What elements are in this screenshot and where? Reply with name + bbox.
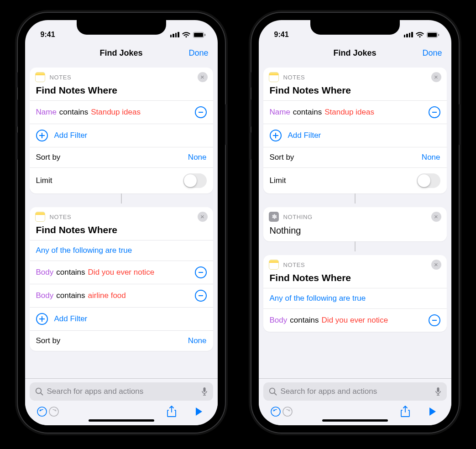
limit-label: Limit [36,176,52,185]
share-button[interactable] [166,406,178,418]
filter-op-token[interactable]: contains [56,291,85,300]
action-card-find-notes-2: NOTES × Find Notes Where Any of the foll… [30,207,213,351]
add-filter-row[interactable]: Add Filter [30,307,213,330]
svg-point-19 [283,407,292,416]
filter-field-token[interactable]: Body [36,291,54,300]
remove-action-button[interactable]: × [431,72,441,82]
match-mode-row[interactable]: Any of the following are true [30,240,213,261]
match-mode-token: Any of the following are true [36,246,132,255]
svg-rect-11 [428,33,437,37]
notes-app-icon [269,260,279,270]
action-title: Find Notes Where [30,84,213,100]
run-button[interactable] [193,407,205,416]
share-button[interactable] [399,406,411,418]
home-indicator[interactable] [89,419,154,422]
action-title: Nothing [263,224,447,241]
action-connector [263,193,447,204]
add-filter-row[interactable]: Add Filter [263,124,447,147]
redo-button [48,406,60,417]
gear-icon [269,212,279,222]
remove-action-button[interactable]: × [431,260,441,270]
svg-point-9 [49,407,58,416]
filter-value-token[interactable]: Standup ideas [91,108,141,117]
sort-by-row[interactable]: Sort by None [30,147,213,167]
match-mode-row[interactable]: Any of the following are true [263,288,447,308]
sort-by-row[interactable]: Sort by None [30,330,213,351]
battery-icon [193,32,206,38]
done-button[interactable]: Done [188,48,208,58]
add-filter-row[interactable]: Add Filter [30,124,213,147]
filter-row[interactable]: Name contains Standup ideas [30,100,213,124]
remove-action-button[interactable]: × [198,212,208,222]
filter-value-token[interactable]: Standup ideas [324,108,374,117]
action-search-input[interactable]: Search for apps and actions [30,382,213,401]
remove-filter-button[interactable] [195,290,207,302]
dictation-icon[interactable] [435,387,441,396]
search-placeholder: Search for apps and actions [47,387,198,396]
limit-row: Limit [263,167,447,193]
plus-icon [36,130,48,141]
action-title: Find Notes Where [263,271,447,288]
limit-toggle[interactable] [417,173,440,188]
svg-rect-12 [438,34,439,36]
done-button[interactable]: Done [422,48,442,58]
filter-row[interactable]: Body contains airline food [30,284,213,307]
svg-rect-5 [203,387,205,392]
shortcut-editor[interactable]: NOTES × Find Notes Where Name contains S… [259,64,451,378]
filter-row[interactable]: Body contains Did you ever notice [30,261,213,284]
phone-right: 9:41 Find Jokes Done [251,13,459,433]
app-label: NOTES [50,74,72,81]
filter-row[interactable]: Name contains Standup ideas [263,100,447,124]
search-icon [35,387,43,396]
filter-op-token[interactable]: contains [56,268,85,277]
remove-filter-button[interactable] [429,106,440,118]
remove-filter-button[interactable] [195,266,207,278]
svg-rect-2 [204,34,205,36]
add-filter-label: Add Filter [288,131,321,140]
remove-filter-button[interactable] [195,106,207,118]
cellular-icon [170,32,179,37]
filter-field-token[interactable]: Body [36,268,54,277]
filter-field-token[interactable]: Name [270,108,290,117]
status-time: 9:41 [41,31,55,39]
svg-point-18 [271,407,280,416]
undo-button[interactable] [36,406,48,417]
search-icon [269,387,277,396]
action-connector [30,193,213,204]
nav-bar: Find Jokes Done [259,42,451,64]
add-filter-label: Add Filter [54,131,88,140]
svg-point-8 [37,407,47,416]
sort-by-label: Sort by [36,336,61,345]
sort-by-label: Sort by [36,153,61,162]
home-indicator[interactable] [322,419,388,422]
svg-rect-15 [437,387,439,392]
remove-filter-button[interactable] [429,314,440,326]
wifi-icon [416,32,424,38]
svg-line-4 [41,393,43,395]
limit-label: Limit [270,176,286,185]
sort-by-value: None [422,153,440,162]
action-search-input[interactable]: Search for apps and actions [263,382,447,401]
plus-icon [36,313,48,325]
cellular-icon [404,32,413,37]
nav-bar: Find Jokes Done [25,42,218,64]
action-card-find-notes-1: NOTES × Find Notes Where Name contains S… [30,68,213,193]
filter-value-token[interactable]: Did you ever notice [88,268,155,277]
filter-field-token[interactable]: Body [270,316,288,325]
filter-field-token[interactable]: Name [36,108,57,117]
filter-row[interactable]: Body contains Did you ever notice [263,308,447,332]
filter-value-token[interactable]: Did you ever notice [322,316,388,325]
shortcut-editor[interactable]: NOTES × Find Notes Where Name contains S… [25,64,218,378]
filter-op-token[interactable]: contains [293,108,322,117]
limit-toggle[interactable] [183,173,207,188]
filter-value-token[interactable]: airline food [88,291,126,300]
remove-action-button[interactable]: × [431,212,441,222]
sort-by-row[interactable]: Sort by None [263,147,447,167]
filter-op-token[interactable]: contains [290,316,319,325]
run-button[interactable] [427,407,439,416]
dictation-icon[interactable] [201,387,208,396]
undo-button[interactable] [270,406,282,417]
remove-action-button[interactable]: × [198,72,208,82]
notch [310,20,400,35]
filter-op-token[interactable]: contains [59,108,88,117]
